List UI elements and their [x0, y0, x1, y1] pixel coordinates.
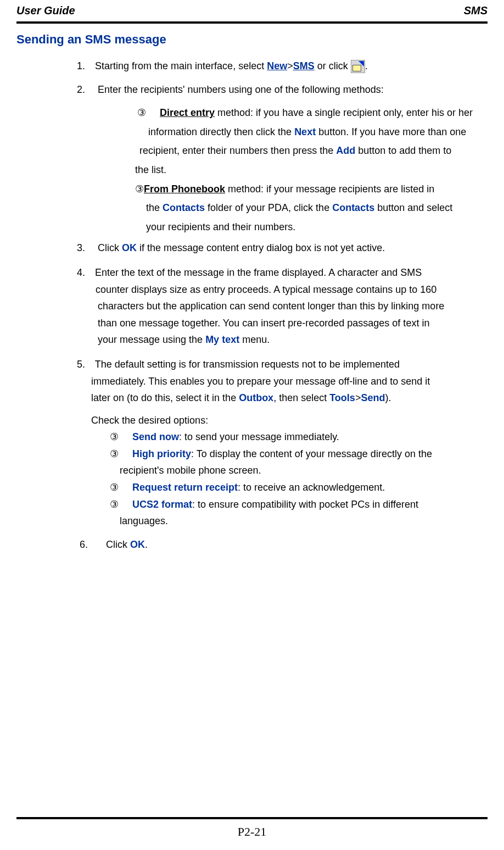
body-text: your recipients and their numbers.	[146, 219, 488, 236]
contacts-folder-ref: Contacts	[163, 202, 205, 213]
step-number: 5.	[77, 356, 92, 373]
header-rule	[16, 21, 488, 24]
body-text: your message using the My text menu.	[98, 331, 488, 348]
option-label: Request return receipt	[132, 482, 238, 493]
step-2-sub-phonebook: ③From Phonebook method: if your message …	[135, 181, 488, 198]
step-number: 4.	[77, 264, 92, 281]
footer-rule	[16, 817, 488, 819]
option-return-receipt: ③ Request return receipt: to receive an …	[110, 479, 488, 496]
body-text: characters but the application can send …	[98, 298, 488, 315]
body-text: Starting from the main interface, select	[95, 60, 267, 71]
bullet-icon: ③	[137, 107, 146, 118]
step-number: 3.	[77, 240, 92, 257]
next-button-ref: Next	[294, 126, 316, 137]
outbox-ref: Outbox	[239, 392, 273, 403]
my-text-menu-ref: My text	[205, 334, 239, 345]
body-text: .	[145, 539, 148, 550]
from-phonebook-label: From Phonebook	[144, 184, 225, 195]
bullet-icon: ③	[110, 499, 119, 510]
body-text: counter displays size as entry proceeds.…	[96, 281, 488, 298]
body-text: The default setting is for transmission …	[95, 359, 400, 370]
page-number: P2-21	[16, 825, 488, 839]
bullet-icon: ③	[110, 448, 119, 459]
ok-button-ref: OK	[130, 539, 145, 550]
step-6: 6. Click OK.	[77, 536, 488, 553]
option-ucs2-format: ③ UCS2 format: to ensure compatibility w…	[110, 496, 488, 513]
new-sms-icon	[351, 60, 365, 73]
body-text: Enter the recipients' numbers using one …	[98, 84, 384, 95]
option-label: Send now	[132, 431, 179, 442]
body-text: : to ensure compatibility with pocket PC…	[192, 499, 418, 510]
body-text: : to send your message immediately.	[179, 431, 339, 442]
step-3: 3. Click OK if the message content entry…	[77, 240, 488, 257]
body-text: : To display the content of your message…	[191, 448, 432, 459]
step-number: 2.	[77, 81, 92, 98]
option-label: UCS2 format	[132, 499, 192, 510]
body-text: >	[287, 60, 293, 71]
step-4: 4. Enter the text of the message in the …	[77, 264, 488, 348]
header-left: User Guide	[16, 4, 75, 17]
send-menu-ref: Send	[361, 392, 385, 403]
body-text: recipient's mobile phone screen.	[120, 462, 488, 479]
body-text: .	[365, 60, 368, 71]
contacts-button-ref: Contacts	[332, 202, 374, 213]
body-text: Click	[106, 539, 130, 550]
step-number: 1.	[77, 58, 92, 75]
section-title: Sending an SMS message	[16, 32, 488, 47]
body-text: information directly then click the Next…	[148, 124, 488, 141]
step-2-sub-direct: ③ Direct entry method: if you have a sin…	[137, 104, 488, 121]
body-text: languages.	[120, 513, 488, 530]
body-text: method: if you have a single recipient o…	[215, 107, 473, 118]
body-text: Check the desired options:	[91, 412, 488, 429]
body-text: the Contacts folder of your PDA, click t…	[146, 199, 488, 216]
body-text: Enter the text of the message in the fra…	[95, 267, 422, 278]
bullet-icon: ③	[135, 184, 144, 195]
option-label: High priority	[132, 448, 191, 459]
add-button-ref: Add	[336, 145, 355, 156]
step-1: 1. Starting from the main interface, sel…	[77, 58, 488, 75]
body-text: immediately. This enables you to prepare…	[91, 373, 488, 390]
tools-menu-ref: Tools	[329, 392, 355, 403]
body-text: : to receive an acknowledgement.	[238, 482, 385, 493]
header-right: SMS	[464, 4, 488, 17]
body-text: the list.	[135, 162, 488, 179]
bullet-icon: ③	[110, 482, 119, 493]
option-send-now: ③ Send now: to send your message immedia…	[110, 429, 488, 446]
step-5: 5. The default setting is for transmissi…	[77, 356, 488, 530]
body-text: Click	[98, 242, 122, 253]
body-text: later on (to do this, select it in the O…	[91, 390, 488, 407]
body-text: than one message together. You can inser…	[98, 315, 488, 332]
step-number: 6.	[80, 536, 95, 553]
menu-new: New	[267, 60, 287, 71]
menu-sms: SMS	[293, 60, 315, 71]
bullet-icon: ③	[110, 431, 119, 442]
option-high-priority: ③ High priority: To display the content …	[110, 446, 488, 463]
direct-entry-label: Direct entry	[160, 107, 215, 118]
body-text: recipient, enter their numbers then pres…	[139, 142, 488, 159]
body-text: or click	[315, 60, 351, 71]
body-text: if the message content entry dialog box …	[137, 242, 385, 253]
ok-button-ref: OK	[122, 242, 137, 253]
step-2: 2. Enter the recipients' numbers using o…	[77, 81, 488, 98]
